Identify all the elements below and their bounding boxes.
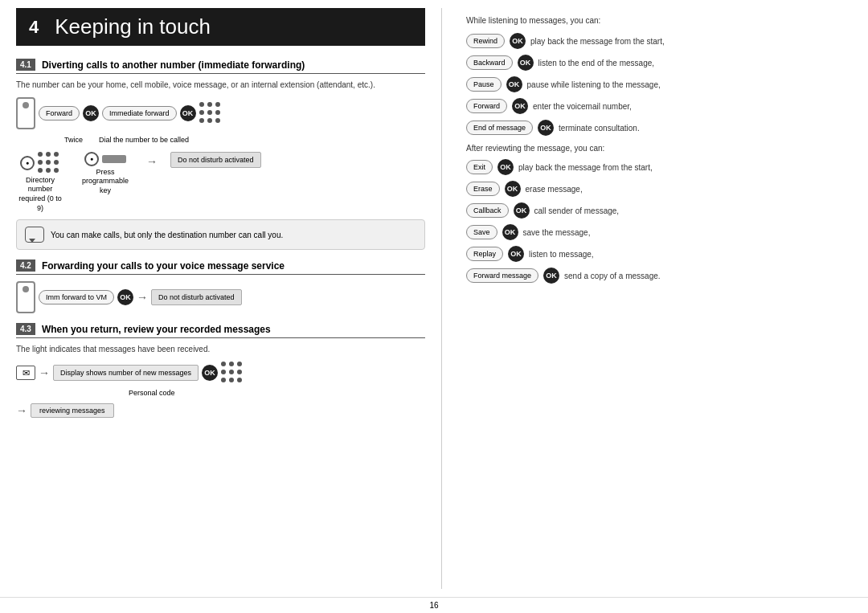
section-4-2-number: 4.2 — [16, 260, 35, 272]
action-row-save: Save OK save the message, — [466, 224, 852, 240]
fwd-msg-btn[interactable]: Forward message — [466, 268, 538, 283]
action-row-fwd-msg: Forward message OK send a copy of a mess… — [466, 268, 852, 284]
erase-btn[interactable]: Erase — [466, 182, 500, 196]
action-row-exit: Exit OK play back the message from the s… — [466, 159, 852, 175]
rewind-btn[interactable]: Rewind — [466, 34, 505, 48]
action-row-end: End of message OK terminate consultation… — [466, 120, 852, 136]
ok-replay[interactable]: OK — [508, 246, 524, 262]
forward-vm-btn[interactable]: Forward — [466, 99, 507, 113]
prog-key-group: ● Press programmable key — [77, 152, 133, 196]
dir-label: Directory number required (0 to 9) — [16, 176, 64, 214]
phone-icon-1 — [16, 97, 35, 129]
reviewing-box: reviewing messages — [31, 403, 114, 418]
imm-vm-btn[interactable]: Imm forward to VM — [39, 290, 114, 304]
right-column: While listening to messages, you can: Re… — [442, 8, 852, 589]
section-4-1-desc: The number can be your home, cell mobile… — [16, 80, 425, 89]
flow-1-labels: Twice Dial the number to be called — [64, 136, 425, 145]
prog-label: Press programmable key — [77, 168, 133, 196]
section-4-1-title: Diverting calls to another number (immed… — [42, 59, 305, 71]
action-row-pause: Pause OK pause while listening to the me… — [466, 76, 852, 92]
callback-btn[interactable]: Callback — [466, 203, 509, 218]
replay-desc: listen to message, — [529, 250, 852, 259]
callback-desc: call sender of message, — [534, 206, 852, 215]
action-row-backward: Backward OK listen to the end of the mes… — [466, 55, 852, 71]
backward-btn[interactable]: Backward — [466, 55, 513, 70]
ok-exit[interactable]: OK — [497, 159, 514, 175]
section-4-1: 4.1 Diverting calls to another number (i… — [16, 59, 425, 250]
dnd-box-1: Do not disturb activated — [170, 152, 261, 168]
chapter-title: Keeping in touch — [55, 14, 211, 39]
section-4-3-header: 4.3 When you return, review your recorde… — [16, 323, 425, 338]
left-column: 4 Keeping in touch 4.1 Diverting calls t… — [16, 8, 442, 589]
ok-btn-1[interactable]: OK — [83, 105, 99, 121]
grid-icon-1 — [199, 102, 222, 125]
page-number: 16 — [0, 597, 868, 613]
fwd-msg-desc: send a copy of a message. — [564, 272, 852, 280]
action-row-forward: Forward OK enter the voicemail number, — [466, 98, 852, 114]
personal-code-label: Personal code — [129, 389, 425, 397]
arrow-group: → — [146, 155, 158, 168]
section-4-2-header: 4.2 Forwarding your calls to your voice … — [16, 260, 425, 275]
section-4-2: 4.2 Forwarding your calls to your voice … — [16, 260, 425, 313]
arrow-icon-2: → — [137, 291, 148, 304]
section-4-3-desc: The light indicates that messages have b… — [16, 345, 425, 353]
action-row-erase: Erase OK erase message, — [466, 181, 852, 197]
dial-label: Dial the number to be called — [99, 136, 189, 145]
chapter-number: 4 — [29, 17, 39, 38]
flow-4-3-main: ✉ → Display shows number of new messages… — [16, 362, 425, 384]
chapter-title-bar: 4 Keeping in touch — [16, 8, 425, 46]
action-row-callback: Callback OK call sender of message, — [466, 202, 852, 219]
save-desc: save the message, — [523, 228, 852, 237]
arrow-icon-4: → — [16, 404, 27, 417]
pause-btn[interactable]: Pause — [466, 77, 502, 92]
pause-desc: pause while listening to the message, — [527, 80, 852, 89]
immediate-forward-btn[interactable]: Immediate forward — [102, 106, 177, 121]
section-4-1-header: 4.1 Diverting calls to another number (i… — [16, 59, 425, 74]
ok-fwd-msg[interactable]: OK — [543, 268, 559, 284]
action-row-rewind: Rewind OK play back the message from the… — [466, 33, 852, 49]
ok-btn-3[interactable]: OK — [117, 289, 133, 305]
grid-icon-3 — [221, 362, 244, 384]
flow-2: ● Directory number required (0 to 9) ● — [16, 152, 425, 214]
ok-rewind[interactable]: OK — [510, 33, 526, 49]
ok-erase[interactable]: OK — [505, 181, 521, 197]
circle-icon-1: ● — [20, 156, 35, 170]
section-4-3-title: When you return, review your recorded me… — [42, 324, 271, 335]
display-box: Display shows number of new messages — [53, 365, 199, 381]
end-of-msg-btn[interactable]: End of message — [466, 121, 533, 135]
ok-save[interactable]: OK — [502, 224, 518, 240]
ok-backward[interactable]: OK — [518, 55, 534, 71]
info-box-1: You can make calls, but only the destina… — [16, 219, 425, 250]
ok-callback[interactable]: OK — [514, 202, 530, 219]
flow-4-2: Imm forward to VM OK → Do not disturb ac… — [16, 281, 425, 313]
exit-desc: play back the message from the start, — [518, 163, 852, 172]
listening-actions-list: Rewind OK play back the message from the… — [466, 33, 852, 136]
section-4-3-number: 4.3 — [16, 323, 35, 335]
backward-desc: listen to the end of the message, — [538, 59, 852, 67]
save-btn[interactable]: Save — [466, 225, 497, 239]
phone-icon-2 — [16, 281, 35, 313]
ok-btn-4[interactable]: OK — [202, 365, 218, 381]
exit-btn[interactable]: Exit — [466, 160, 493, 174]
action-row-replay: Replay OK listen to message, — [466, 246, 852, 262]
flow-1: Forward OK Immediate forward OK — [16, 97, 425, 129]
ok-forward-vm[interactable]: OK — [512, 98, 528, 114]
rewind-desc: play back the message from the start, — [530, 37, 852, 46]
arrow-icon-1: → — [146, 155, 158, 168]
erase-desc: erase message, — [526, 185, 852, 194]
replay-btn[interactable]: Replay — [466, 247, 503, 261]
listening-intro: While listening to messages, you can: — [466, 16, 852, 25]
twice-label: Twice — [64, 136, 83, 145]
page-container: 4 Keeping in touch 4.1 Diverting calls t… — [0, 0, 868, 597]
ok-pause[interactable]: OK — [506, 76, 522, 92]
ok-end[interactable]: OK — [538, 120, 554, 136]
forward-vm-desc: enter the voicemail number, — [533, 102, 852, 111]
end-desc: terminate consultation. — [559, 124, 852, 133]
ok-btn-2[interactable]: OK — [180, 105, 196, 121]
forward-btn[interactable]: Forward — [39, 106, 80, 121]
chat-icon — [25, 227, 44, 243]
after-review-intro: After reviewting the message, you can: — [466, 144, 852, 153]
section-4-1-number: 4.1 — [16, 59, 35, 71]
arrow-icon-3: → — [39, 366, 50, 379]
section-4-2-title: Forwarding your calls to your voice mess… — [42, 260, 285, 272]
